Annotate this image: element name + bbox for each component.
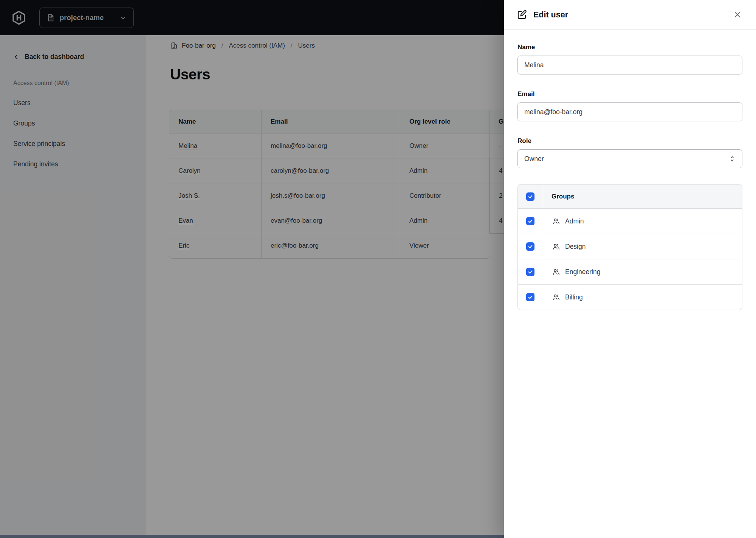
group-row-content: Billing	[543, 285, 742, 310]
role-field-group: Role Owner	[517, 137, 742, 168]
edit-icon	[517, 10, 527, 20]
group-checkbox-cell	[518, 234, 543, 259]
close-button[interactable]	[732, 9, 743, 20]
groups-header-label: Groups	[543, 185, 742, 208]
group-checkbox[interactable]	[526, 242, 534, 251]
email-input[interactable]	[517, 102, 742, 121]
checkmark-icon	[528, 244, 533, 249]
email-field-label: Email	[517, 90, 742, 98]
checkmark-icon	[528, 194, 533, 199]
group-checkbox-cell	[518, 209, 543, 234]
name-input[interactable]	[517, 56, 742, 74]
group-row: Design	[518, 234, 742, 259]
group-row: Billing	[518, 285, 742, 310]
select-updown-icon	[728, 155, 736, 163]
users-icon	[552, 293, 560, 301]
group-checkbox-cell	[518, 285, 543, 310]
role-select-value: Owner	[524, 155, 544, 163]
group-checkbox-cell	[518, 259, 543, 284]
users-icon	[552, 217, 560, 225]
drawer-header: Edit user	[504, 0, 756, 30]
group-row-content: Admin	[543, 209, 742, 234]
edit-user-drawer: Edit user Name Email Role Owner	[504, 0, 756, 538]
groups-table-header: Groups	[518, 185, 742, 209]
select-all-checkbox[interactable]	[526, 192, 534, 201]
users-icon	[552, 243, 560, 251]
users-icon	[552, 243, 560, 251]
close-icon	[733, 11, 742, 19]
checkmark-icon	[528, 269, 533, 274]
users-icon	[552, 268, 560, 276]
drawer-title: Edit user	[533, 10, 568, 20]
groups-checkbox-table: Groups AdminDesignEngineeringBilling	[517, 184, 742, 310]
name-field-group: Name	[517, 43, 742, 74]
group-row-content: Design	[543, 234, 742, 259]
app-window: project-name Back to dashboard Access co…	[0, 0, 756, 538]
checkmark-icon	[528, 295, 533, 300]
role-select[interactable]: Owner	[517, 149, 742, 168]
name-field-label: Name	[517, 43, 742, 51]
group-checkbox[interactable]	[526, 217, 534, 225]
group-checkbox[interactable]	[526, 268, 534, 276]
group-label: Admin	[565, 217, 584, 225]
group-label: Billing	[565, 293, 583, 301]
group-row: Engineering	[518, 259, 742, 285]
select-all-checkbox-cell	[518, 185, 543, 208]
role-field-label: Role	[517, 137, 742, 145]
group-label: Design	[565, 243, 586, 251]
users-icon	[552, 293, 560, 301]
users-icon	[552, 217, 560, 225]
group-row-content: Engineering	[543, 259, 742, 284]
users-icon	[552, 268, 560, 276]
group-checkbox[interactable]	[526, 293, 534, 301]
drawer-body: Name Email Role Owner	[504, 30, 756, 310]
email-field-group: Email	[517, 90, 742, 121]
group-label: Engineering	[565, 268, 600, 276]
groups-table-body: AdminDesignEngineeringBilling	[518, 209, 742, 310]
checkmark-icon	[528, 219, 533, 224]
group-row: Admin	[518, 209, 742, 234]
